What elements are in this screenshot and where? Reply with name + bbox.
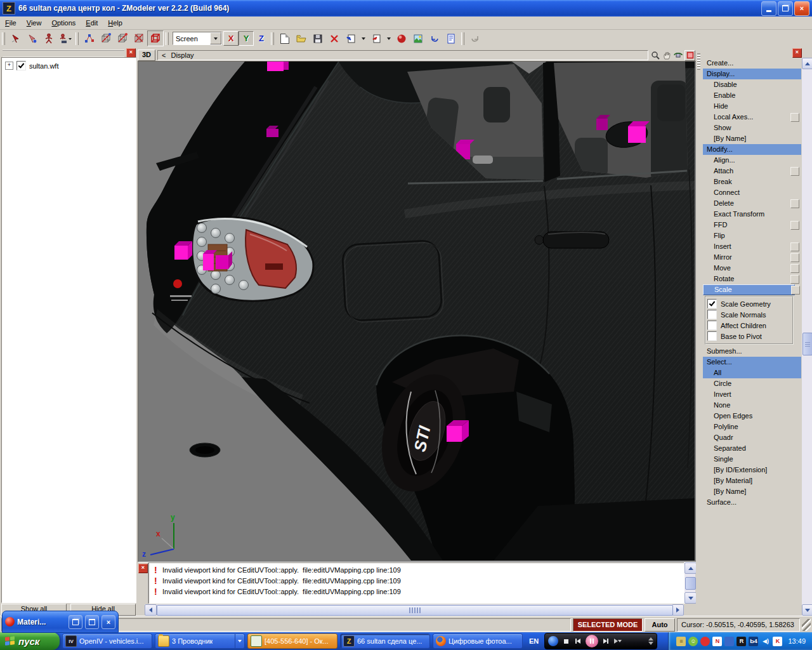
axis-y-button[interactable]: Y	[239, 31, 254, 46]
tree-item-sultan[interactable]: + sultan.wft	[2, 58, 136, 70]
close-panel-icon[interactable]: ×	[126, 48, 136, 58]
agent-icon[interactable]: ☺	[688, 637, 698, 646]
pin-checkbox[interactable]	[790, 275, 799, 284]
status-icon[interactable]	[700, 637, 710, 646]
material-editor-window[interactable]: Materi... ×	[2, 611, 119, 633]
menu-item-connect[interactable]: Connect	[703, 187, 801, 198]
menu-item-modify[interactable]: Modify...	[703, 144, 801, 155]
menu-item-single[interactable]: Single	[703, 454, 801, 465]
menu-item-disable[interactable]: Disable	[703, 79, 801, 90]
menu-item-move[interactable]: Move	[703, 263, 801, 274]
menu-item-ffd[interactable]: FFD	[703, 220, 801, 230]
antivirus-icon[interactable]: K	[773, 637, 782, 646]
pin-checkbox[interactable]	[790, 242, 799, 251]
menu-item-scale[interactable]: Scale	[703, 284, 795, 295]
menu-item-by-material[interactable]: [By Material]	[703, 475, 801, 486]
texture-browser-icon[interactable]	[410, 30, 426, 46]
menu-item-local-axes[interactable]: Local Axes...	[703, 112, 801, 123]
hierarchy-panel-header[interactable]: ×	[1, 48, 136, 56]
restore-window-icon[interactable]	[69, 615, 82, 629]
new-file-icon[interactable]	[277, 30, 293, 46]
menu-item-separated[interactable]: Separated	[703, 443, 801, 454]
helper-cube[interactable]	[174, 241, 192, 260]
close-window-icon[interactable]: ×	[102, 615, 115, 629]
menu-item-by-name[interactable]: [By Name]	[703, 133, 801, 144]
task-цифровые-фотоа[interactable]: Цифровые фотоа...	[433, 633, 523, 649]
maximize-window-icon[interactable]	[85, 615, 99, 629]
pin-checkbox[interactable]	[790, 264, 799, 273]
close-panel-icon[interactable]: ×	[792, 48, 802, 58]
menu-view[interactable]: View	[22, 18, 47, 28]
screen-select[interactable]: Screen	[173, 32, 222, 45]
menu-item-display[interactable]: Display...	[703, 69, 801, 79]
select-add-tool-icon[interactable]	[24, 30, 41, 46]
horizontal-scrollbar[interactable]	[145, 604, 684, 615]
option-checkbox[interactable]	[707, 310, 717, 319]
option-checkbox[interactable]	[707, 299, 717, 308]
axis-z-button[interactable]: Z	[254, 31, 269, 46]
import-dropdown-icon[interactable]	[359, 30, 368, 46]
menu-item-invert[interactable]: Invert	[703, 389, 801, 400]
menu-item-all[interactable]: All	[703, 368, 801, 378]
option-affect-children[interactable]: Affect Children	[707, 320, 792, 331]
option-scale-geometry[interactable]: Scale Geometry	[707, 298, 792, 309]
volume-icon[interactable]: ◀)	[761, 637, 770, 646]
option-checkbox[interactable]	[707, 331, 717, 341]
minimize-button[interactable]	[761, 1, 776, 16]
scroll-up-icon[interactable]	[802, 58, 812, 69]
pin-checkbox[interactable]	[791, 286, 800, 295]
log-scrollbar[interactable]	[684, 562, 695, 604]
option-base-to-pivot[interactable]: Base to Pivot	[707, 331, 792, 342]
task-group-dropdown-icon[interactable]	[235, 634, 242, 648]
volume-icon[interactable]	[613, 637, 622, 646]
close-button[interactable]: ×	[794, 1, 809, 16]
edges-mode-2-icon[interactable]	[114, 30, 131, 46]
pin-checkbox[interactable]	[790, 253, 799, 262]
notes-icon[interactable]	[443, 30, 459, 46]
helper-cube[interactable]	[447, 420, 469, 442]
option-checkbox[interactable]	[707, 321, 717, 330]
language-indicator[interactable]: EN	[529, 637, 539, 645]
next-icon[interactable]	[601, 637, 610, 646]
restore-button[interactable]	[778, 1, 793, 16]
edges-mode-icon[interactable]	[98, 30, 114, 46]
menu-item-submesh[interactable]: Submesh...	[703, 346, 801, 357]
menu-item-select[interactable]: Select...	[703, 357, 801, 368]
menu-options[interactable]: Options	[46, 18, 81, 28]
network-icon[interactable]	[724, 637, 734, 646]
menu-edit[interactable]: Edit	[81, 18, 103, 28]
menu-item-insert[interactable]: Insert	[703, 241, 801, 252]
scroll-up-icon[interactable]	[684, 562, 697, 574]
viewport-canvas[interactable]: STI	[138, 61, 697, 562]
menu-item-flip[interactable]: Flip	[703, 230, 801, 241]
maximize-viewport-icon[interactable]	[684, 50, 695, 61]
undo-icon[interactable]	[426, 30, 443, 46]
menu-item-rotate[interactable]: Rotate	[703, 274, 801, 284]
menu-item-hide[interactable]: Hide	[703, 101, 801, 112]
selected-box-mode-icon[interactable]	[147, 30, 164, 46]
scroll-thumb[interactable]	[157, 605, 673, 616]
resize-grip[interactable]	[802, 619, 811, 631]
delete-icon[interactable]	[326, 30, 343, 46]
panel-splitter[interactable]	[696, 48, 702, 615]
na-icon[interactable]: N	[712, 637, 722, 646]
scroll-thumb[interactable]	[685, 577, 696, 590]
axis-x-button[interactable]: X	[223, 31, 239, 46]
scroll-right-icon[interactable]	[672, 604, 684, 616]
menu-item-attach[interactable]: Attach	[703, 166, 801, 176]
menu-item-polyline[interactable]: Polyline	[703, 421, 801, 432]
scroll-down-icon[interactable]	[802, 604, 812, 616]
back-icon[interactable]: <	[162, 51, 166, 59]
viewport-mode-button[interactable]: 3D	[138, 50, 155, 61]
start-button[interactable]: пуск	[0, 632, 60, 650]
stop-icon[interactable]	[561, 637, 570, 646]
band-expand-icon[interactable]	[648, 637, 653, 645]
menu-item-circle[interactable]: Circle	[703, 378, 801, 389]
pin-checkbox[interactable]	[790, 113, 799, 122]
select-tool-icon[interactable]	[8, 30, 24, 46]
material-editor-icon[interactable]	[393, 30, 410, 46]
task-405-556-640-ок[interactable]: [405-556-640] - Ок...	[247, 633, 337, 649]
scroll-thumb[interactable]	[802, 333, 812, 355]
menu-item-create[interactable]: Create...	[703, 58, 801, 69]
scroll-left-icon[interactable]	[145, 604, 157, 616]
